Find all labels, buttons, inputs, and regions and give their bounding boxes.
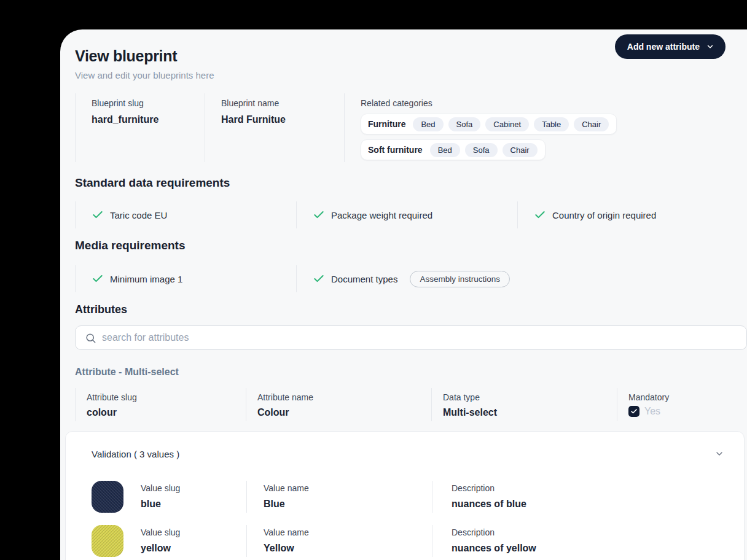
value-description-value: nuances of yellow xyxy=(452,542,725,554)
requirement-label: Taric code EU xyxy=(110,210,167,220)
value-slug-field: Value slug blue xyxy=(141,481,246,513)
value-description-field: Description nuances of yellow xyxy=(432,525,725,557)
value-slug-field: Value slug yellow xyxy=(141,525,246,557)
blueprint-fields-row: Blueprint slug hard_furniture Blueprint … xyxy=(75,93,747,162)
add-new-attribute-button[interactable]: Add new attribute xyxy=(615,34,725,59)
attribute-datatype-field: Data type Multi-select xyxy=(431,388,617,421)
attribute-name-label: Attribute name xyxy=(257,392,426,403)
blueprint-name-field: Blueprint name Hard Furnitue xyxy=(205,93,344,162)
attribute-slug-field: Attribute slug colour xyxy=(75,388,246,421)
check-icon xyxy=(313,273,325,285)
value-description-value: nuances of blue xyxy=(452,498,725,510)
value-name-label: Value name xyxy=(264,527,432,538)
validation-card: Validation ( 3 values ) Value slug blue … xyxy=(65,431,745,560)
page-subtitle: View and edit your blueprints here xyxy=(75,70,747,81)
value-row-yellow: Value slug yellow Value name Yellow Desc… xyxy=(92,525,725,557)
chevron-down-icon xyxy=(706,42,714,51)
requirement-country-origin: Country of origin required xyxy=(517,201,747,228)
attribute-section-title: Attribute - Multi-select xyxy=(75,366,747,378)
attribute-mandatory-field: Mandatory Yes xyxy=(617,388,747,421)
blueprint-slug-value: hard_furniture xyxy=(92,114,198,126)
category-name: Soft furniture xyxy=(368,145,423,155)
category-card-furniture: Furniture Bed Sofa Cabinet Table Chair xyxy=(361,114,617,134)
validation-header: Validation ( 3 values ) xyxy=(66,432,744,460)
attributes-search xyxy=(75,325,747,350)
attribute-datatype-value: Multi-select xyxy=(443,406,612,419)
attribute-slug-label: Attribute slug xyxy=(87,392,241,403)
check-icon xyxy=(534,209,546,221)
blueprint-page: View blueprint View and edit your bluepr… xyxy=(60,29,747,560)
related-categories-label: Related categories xyxy=(361,98,432,109)
attribute-mandatory-label: Mandatory xyxy=(628,392,742,403)
category-name: Furniture xyxy=(368,119,405,129)
validation-collapse-button[interactable] xyxy=(713,448,725,460)
attribute-fields-row: Attribute slug colour Attribute name Col… xyxy=(75,388,747,421)
chevron-down-icon xyxy=(714,449,724,459)
check-icon xyxy=(92,209,104,221)
mandatory-checkbox[interactable] xyxy=(628,406,639,417)
value-slug-label: Value slug xyxy=(141,483,246,494)
page-header: View blueprint View and edit your bluepr… xyxy=(60,29,747,81)
category-tag: Bed xyxy=(413,117,443,131)
requirement-label: Country of origin required xyxy=(552,210,656,220)
requirement-label: Document types xyxy=(331,274,397,284)
category-tag: Chair xyxy=(574,117,609,131)
add-new-attribute-label: Add new attribute xyxy=(627,42,700,52)
search-input[interactable] xyxy=(102,326,746,349)
blueprint-slug-field: Blueprint slug hard_furniture xyxy=(75,93,205,162)
value-description-label: Description xyxy=(452,483,725,494)
value-name-value: Blue xyxy=(264,498,432,510)
requirement-label: Package weight required xyxy=(331,210,432,220)
attributes-heading: Attributes xyxy=(75,302,747,317)
color-swatch-yellow xyxy=(92,525,123,557)
requirement-label: Minimum image 1 xyxy=(110,274,182,284)
requirement-document-types: Document types Assembly instructions xyxy=(296,265,747,292)
value-name-value: Yellow xyxy=(264,542,432,554)
search-icon xyxy=(85,332,96,344)
category-tag: Chair xyxy=(503,143,538,157)
category-card-soft-furniture: Soft furniture Bed Sofa Chair xyxy=(361,139,546,160)
media-requirements-row: Minimum image 1 Document types Assembly … xyxy=(75,265,747,292)
color-swatch-blue xyxy=(92,481,123,513)
document-type-chip: Assembly instructions xyxy=(410,271,510,287)
mandatory-value: Yes xyxy=(644,406,660,417)
category-tag: Sofa xyxy=(448,117,481,131)
attribute-name-field: Attribute name Colour xyxy=(246,388,431,421)
category-tag: Sofa xyxy=(465,143,498,157)
validation-values: Value slug blue Value name Blue Descript… xyxy=(66,481,744,557)
standard-requirements-row: Taric code EU Package weight required Co… xyxy=(75,201,747,228)
value-slug-value: yellow xyxy=(141,542,246,554)
requirement-package-weight: Package weight required xyxy=(296,201,517,228)
standard-requirements-heading: Standard data requirements xyxy=(75,176,747,190)
requirement-minimum-image: Minimum image 1 xyxy=(75,265,296,292)
validation-title: Validation ( 3 values ) xyxy=(92,449,179,459)
value-name-field: Value name Yellow xyxy=(246,525,432,557)
category-tag: Cabinet xyxy=(485,117,529,131)
check-icon xyxy=(313,209,325,221)
value-description-label: Description xyxy=(452,527,725,538)
requirement-taric-code: Taric code EU xyxy=(75,201,296,228)
value-row-blue: Value slug blue Value name Blue Descript… xyxy=(92,481,725,513)
value-description-field: Description nuances of blue xyxy=(432,481,725,513)
blueprint-slug-label: Blueprint slug xyxy=(92,98,198,109)
blueprint-name-value: Hard Furnitue xyxy=(221,114,338,126)
check-icon xyxy=(92,273,104,285)
attribute-slug-value: colour xyxy=(87,406,241,419)
related-categories-field: Related categories Furniture Bed Sofa Ca… xyxy=(344,93,747,162)
attribute-name-value: Colour xyxy=(257,406,426,419)
value-slug-label: Value slug xyxy=(141,527,246,538)
attribute-datatype-label: Data type xyxy=(443,392,612,403)
category-tag: Table xyxy=(534,117,569,131)
blueprint-name-label: Blueprint name xyxy=(221,98,338,109)
value-name-field: Value name Blue xyxy=(246,481,432,513)
category-tag: Bed xyxy=(430,143,460,157)
media-requirements-heading: Media requirements xyxy=(75,238,747,253)
value-name-label: Value name xyxy=(264,483,432,494)
value-slug-value: blue xyxy=(141,498,246,510)
